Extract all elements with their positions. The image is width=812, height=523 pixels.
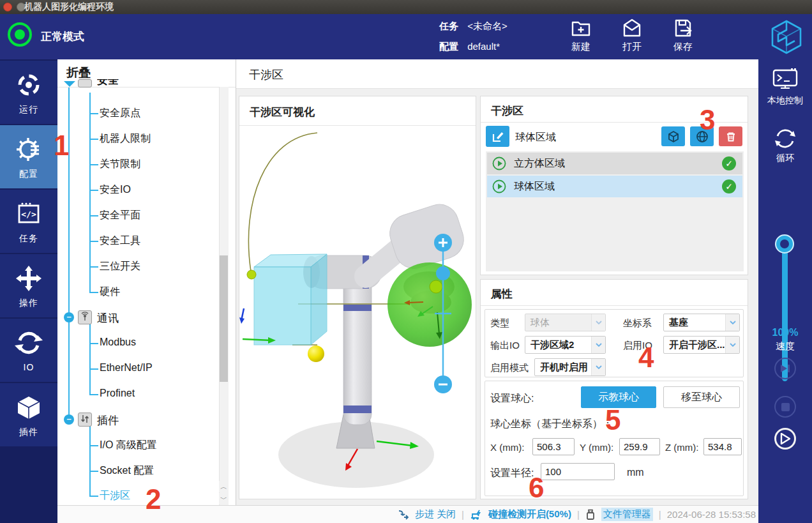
divider: [481, 305, 748, 306]
edit-zone-button[interactable]: [486, 126, 509, 147]
nav-item-run[interactable]: 运行: [0, 61, 57, 124]
save-button[interactable]: 保存: [663, 17, 703, 53]
y-input[interactable]: [619, 438, 660, 455]
save-icon: [672, 17, 695, 40]
open-button[interactable]: 打开: [612, 17, 652, 53]
new-button[interactable]: 新建: [560, 17, 601, 53]
zone-row-sphere[interactable]: 球体区域 ✓: [487, 176, 742, 197]
3d-viewport[interactable]: [239, 126, 476, 499]
nav-item-task[interactable]: </> 任务: [0, 190, 57, 253]
window-close-button[interactable]: [3, 3, 12, 11]
step-forward-button[interactable]: [774, 358, 796, 379]
tree-item-socket-config[interactable]: Socket 配置: [100, 464, 154, 478]
move-to-center-button[interactable]: 移至球心: [663, 386, 740, 408]
tree-item-interference-zone[interactable]: 干涉区: [100, 489, 130, 503]
frame-label: 坐标系: [623, 317, 652, 330]
speed-label: 速度: [758, 340, 812, 352]
play-zone-icon[interactable]: [492, 179, 506, 193]
chevron-down-icon: [725, 337, 739, 353]
enable-io-select[interactable]: 开启干涉区...: [663, 336, 740, 354]
props-group-sphere: 设置球心: 示教球心 移至球心 球心坐标（基于坐标系）： X (mm): Y (…: [485, 381, 744, 496]
stop-button[interactable]: [774, 396, 796, 418]
file-manager-link[interactable]: 文件管理器: [601, 508, 653, 521]
loop-button[interactable]: [772, 126, 798, 154]
safety-node-icon: [78, 79, 92, 87]
status-separator: |: [577, 509, 580, 520]
tree-node-comm[interactable]: 通讯: [97, 311, 119, 326]
new-button-label: 新建: [571, 41, 590, 52]
nav-item-operate[interactable]: 操作: [0, 254, 57, 317]
tree-item-modbus[interactable]: Modbus: [100, 337, 136, 348]
trajectory-path: [248, 133, 317, 271]
zone-row-cube[interactable]: 立方体区域 ✓: [487, 153, 742, 174]
frame-select[interactable]: 基座: [663, 314, 740, 331]
tree-item-ethernet-ip[interactable]: EtherNet/IP: [100, 362, 153, 374]
zone-row-label: 球体区域: [514, 180, 722, 193]
scroll-down-arrow[interactable]: ﹀: [219, 493, 229, 504]
chevron-down-icon: [591, 337, 605, 353]
config-label: 配置: [439, 41, 458, 52]
tree-line: [89, 322, 91, 395]
zone-name-field[interactable]: 球体区域: [515, 131, 556, 144]
tree-collapse-plugin[interactable]: –: [64, 414, 74, 425]
plugin-arrows-icon: [78, 413, 92, 427]
tree-item-hardware[interactable]: 硬件: [100, 285, 120, 299]
collision-status[interactable]: 碰撞检测开启(50%): [488, 508, 571, 520]
cube-zone: [254, 267, 311, 345]
cube-zone-add-button[interactable]: [661, 126, 685, 146]
loop-cycle-icon: [772, 126, 798, 151]
nav-item-plugin[interactable]: 插件: [0, 383, 57, 446]
task-label: 任务: [439, 20, 458, 31]
mode-status-icon: [8, 22, 32, 47]
radius-input[interactable]: [541, 463, 615, 480]
open-button-label: 打开: [622, 41, 642, 52]
collision-detect-icon: [470, 509, 483, 520]
tree-node-plugin[interactable]: 插件: [97, 413, 119, 428]
tree-tick: [89, 471, 98, 472]
viz-panel-title: 干涉区可视化: [250, 105, 315, 119]
enable-mode-select[interactable]: 开机时启用: [534, 358, 606, 376]
tree-item-robot-limit[interactable]: 机器人限制: [100, 132, 151, 146]
play-zone-icon[interactable]: [492, 156, 506, 171]
tree-node-safety[interactable]: 安全: [97, 79, 135, 87]
tree-item-safety-tool[interactable]: 安全工具: [100, 234, 140, 248]
nav-label-plugin: 插件: [0, 427, 57, 438]
center-coords-label: 球心坐标（基于坐标系）：: [490, 418, 613, 431]
tree-tick: [89, 496, 98, 497]
sphere-resize-handle[interactable]: [436, 266, 450, 280]
tree-item-safety-io[interactable]: 安全IO: [100, 183, 131, 197]
page-header: 干涉区: [236, 59, 758, 89]
x-input[interactable]: [532, 438, 575, 455]
tree-tick: [89, 394, 98, 395]
local-control-button[interactable]: [772, 68, 798, 93]
config-row: 配置 default*: [439, 41, 500, 53]
z-input[interactable]: [703, 438, 742, 455]
tree-collapse-comm[interactable]: –: [64, 312, 74, 322]
tree-scrollbar-thumb[interactable]: [220, 255, 228, 382]
step-status[interactable]: 步进 关闭: [415, 508, 456, 520]
right-control-rail: 本地控制 循环 100% 速度: [758, 59, 812, 523]
speed-slider-thumb[interactable]: [776, 236, 793, 252]
tree-item-safety-plane[interactable]: 安全平面: [100, 209, 140, 222]
output-io-select[interactable]: 干涉区域2: [525, 336, 606, 354]
app-header: 正常模式 任务 <未命名> 配置 default* 新建 打开 保存: [0, 14, 812, 59]
output-io-label: 输出IO: [490, 340, 520, 352]
tree-item-io-advanced[interactable]: I/O 高级配置: [100, 439, 157, 452]
play-button[interactable]: [774, 428, 796, 450]
tree-item-profinet[interactable]: Profinet: [100, 388, 135, 399]
enable-mode-label: 启用模式: [490, 362, 529, 374]
delete-zone-button[interactable]: [719, 126, 742, 146]
chevron-down-icon[interactable]: [63, 81, 76, 87]
move-arrows-icon: [15, 264, 43, 292]
cube-icon: [667, 130, 680, 143]
tree-item-joint-limit[interactable]: 关节限制: [100, 158, 140, 171]
z-label: Z (mm):: [665, 442, 698, 453]
trash-icon: [725, 131, 737, 142]
tree-item-safety-origin[interactable]: 安全原点: [100, 107, 140, 120]
status-separator: |: [659, 509, 661, 520]
scroll-up-arrow[interactable]: ︿: [219, 481, 229, 492]
nav-item-config[interactable]: 配置: [0, 125, 57, 188]
tree-item-three-position-switch[interactable]: 三位开关: [100, 260, 140, 273]
page-title: 干涉区: [249, 67, 283, 82]
nav-item-io[interactable]: IO: [0, 319, 57, 382]
